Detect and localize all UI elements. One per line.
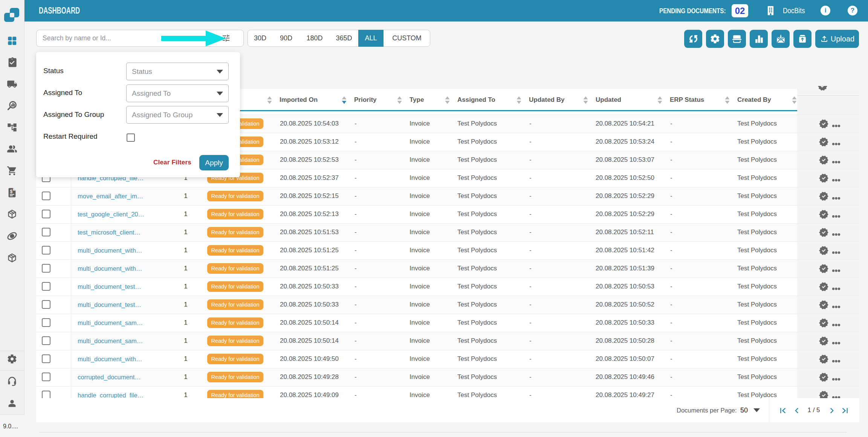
svg-text:$: $ xyxy=(10,189,12,194)
